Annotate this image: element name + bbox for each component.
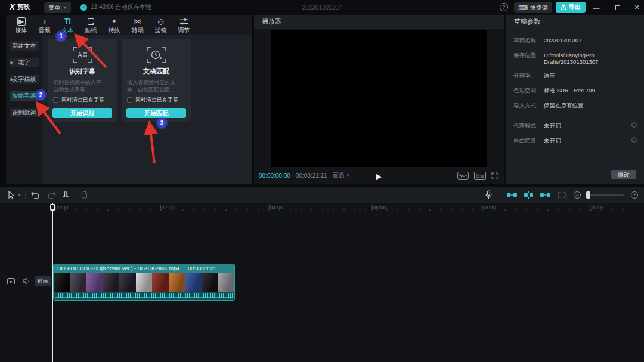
- fit-ratio-button[interactable]: 适应: [474, 172, 486, 180]
- redo-icon[interactable]: [48, 191, 56, 199]
- info-icon[interactable]: i: [631, 122, 637, 128]
- annotation-badge-3: 3: [157, 119, 166, 128]
- asset-panel: ▶ 媒体 ♪ 音频 TI 文本 贴纸 ✦ 特效 ⋈ 转场: [6, 15, 252, 184]
- tab-sticker[interactable]: 贴纸: [79, 15, 103, 35]
- video-clip[interactable]: DDU-DU DDU-DU(Korean Ver.) - BLACKPINK.m…: [54, 264, 234, 300]
- current-time: 00:00:00:00: [259, 172, 290, 179]
- cover-button[interactable]: 封面: [35, 276, 51, 286]
- total-duration: 00:03:21:21: [296, 172, 327, 179]
- tab-audio[interactable]: ♪ 音频: [33, 15, 56, 35]
- preview-axis-button[interactable]: [457, 172, 469, 180]
- tab-transition[interactable]: ⋈ 转场: [126, 15, 149, 35]
- auto-snap-toggle[interactable]: [524, 191, 534, 199]
- share-up-icon: [561, 4, 566, 10]
- toolbar-divider: [25, 191, 26, 199]
- info-icon[interactable]: i: [631, 137, 637, 143]
- record-mic-icon[interactable]: [485, 190, 492, 199]
- sidebar-item-new-text[interactable]: 新建文本: [10, 41, 39, 51]
- sidebar-item-text-template[interactable]: ▶ 文字模板: [10, 75, 39, 84]
- clip-filmstrip: [54, 273, 234, 292]
- play-button[interactable]: ▶: [376, 172, 382, 181]
- split-icon[interactable]: ][: [63, 190, 69, 197]
- param-row: 草稿名称: 202301301307: [506, 37, 644, 45]
- zoom-out-icon[interactable]: −: [574, 191, 581, 199]
- clip-thumbnail: [103, 273, 120, 292]
- clip-thumbnail: [185, 273, 202, 292]
- ruler-ticks: [54, 209, 632, 211]
- clip-duration: 00:03:21:21: [188, 265, 216, 271]
- start-match-button[interactable]: 开始匹配: [126, 108, 186, 118]
- svg-text:A: A: [78, 51, 82, 60]
- effects-icon: ✦: [111, 17, 117, 26]
- quality-dropdown[interactable]: 画质 ▼: [333, 171, 350, 180]
- tab-filter[interactable]: ◎ 滤镜: [149, 15, 172, 35]
- export-button[interactable]: 导出: [556, 2, 586, 13]
- help-icon[interactable]: ?: [500, 3, 508, 11]
- timeline-zoom-slider[interactable]: [586, 194, 624, 196]
- adjust-icon: [180, 17, 188, 26]
- card-title: 文稿匹配: [143, 67, 169, 76]
- clip-thumbnail: [54, 273, 70, 292]
- chevron-down-icon: ▼: [346, 174, 350, 177]
- text-match-card: 文稿匹配 输入音视频对应的文稿，自动匹配画面。 同时清空已有字幕 开始匹配: [122, 39, 191, 122]
- waveform-icon: [459, 174, 467, 178]
- media-icon: ▶: [17, 17, 26, 26]
- sidebar-item-lyrics-recognition[interactable]: 识别歌词: [10, 108, 39, 117]
- annotation-badge-1: 1: [57, 32, 66, 41]
- minimize-button[interactable]: —: [589, 0, 603, 15]
- zoom-slider-handle[interactable]: [586, 191, 590, 199]
- smart-captions-content: A 识别字幕 识别音视频中的人声，自动生成字幕。 同时清空已有字幕 开始识别: [42, 35, 252, 184]
- chevron-right-icon: ▶: [11, 75, 14, 84]
- annotation-badge-2: 2: [36, 91, 45, 100]
- clip-audio-waveform: [54, 292, 234, 300]
- preview-axis-toggle[interactable]: [557, 191, 566, 199]
- clip-thumbnail: [152, 273, 169, 292]
- tab-effects[interactable]: ✦ 特效: [103, 15, 126, 35]
- chevron-right-icon: ▶: [11, 58, 14, 67]
- timeline-ruler[interactable]: 00:00 |02:00 |04:00 |06:00 |08:00 |10:00: [0, 203, 644, 211]
- clear-existing-subtitles-checkbox[interactable]: 同时清空已有字幕: [127, 96, 185, 104]
- param-row: 保存位置: D:/tools/JianyingPro Drafts/202301…: [506, 52, 644, 65]
- main-track-magnet-toggle[interactable]: [507, 191, 517, 199]
- draft-params-title: 草稿参数: [514, 17, 540, 26]
- shortcut-button[interactable]: ⌨ 快捷键: [514, 2, 552, 13]
- clear-existing-subtitles-checkbox[interactable]: 同时清空已有字幕: [53, 96, 112, 104]
- param-row: 色彩空间: 标准 SDR - Rec.709: [506, 87, 644, 95]
- video-preview[interactable]: [271, 30, 487, 167]
- chevron-down-icon[interactable]: ▼: [17, 193, 21, 197]
- maximize-icon: [615, 5, 620, 10]
- playhead-handle[interactable]: [50, 204, 55, 211]
- recognize-subtitles-card: A 识别字幕 识别音视频中的人声，自动生成字幕。 同时清空已有字幕 开始识别: [48, 39, 117, 122]
- close-button[interactable]: ✕: [630, 0, 644, 15]
- sidebar-item-smart-captions[interactable]: 智能字幕: [10, 91, 39, 101]
- select-tool-icon[interactable]: [8, 191, 15, 199]
- keyboard-icon: ⌨: [518, 5, 528, 11]
- fullscreen-icon[interactable]: [491, 172, 498, 179]
- modify-button[interactable]: 修改: [611, 170, 636, 179]
- recognize-subtitles-icon: A: [72, 45, 93, 64]
- clip-thumbnail: [136, 273, 153, 292]
- delete-icon[interactable]: [81, 191, 88, 199]
- text-subnav: 新建文本 ▶ 花字 ▶ 文字模板 智能字幕 识别歌词: [6, 35, 42, 184]
- mute-track-icon[interactable]: [23, 277, 30, 284]
- linkage-toggle[interactable]: [540, 191, 550, 199]
- app-name: 剪映: [17, 2, 30, 11]
- tab-adjust[interactable]: 调节: [172, 15, 196, 35]
- menu-label: 菜单: [48, 4, 60, 12]
- asset-tabstrip: ▶ 媒体 ♪ 音频 TI 文本 贴纸 ✦ 特效 ⋈ 转场: [10, 15, 196, 35]
- window-title: 202301301307: [302, 4, 342, 11]
- clip-thumbnail: [202, 273, 218, 292]
- draft-params-panel: 草稿参数 草稿名称: 202301301307 保存位置: D:/tools/J…: [506, 15, 644, 184]
- tab-media[interactable]: ▶ 媒体: [10, 15, 33, 35]
- filter-icon: ◎: [157, 17, 163, 26]
- shortcut-label: 快捷键: [530, 4, 548, 12]
- app-window: X 剪映 菜单 ▼ ✓ 13:43:06 自动保存本地 202301301307…: [0, 0, 644, 362]
- start-recognition-button[interactable]: 开始识别: [52, 108, 112, 118]
- zoom-in-icon[interactable]: +: [631, 191, 638, 199]
- undo-icon[interactable]: [31, 191, 39, 199]
- sidebar-item-fancy-text[interactable]: ▶ 花字: [10, 58, 39, 67]
- playhead[interactable]: [52, 203, 53, 362]
- title-bar: X 剪映 菜单 ▼ ✓ 13:43:06 自动保存本地 202301301307…: [0, 0, 644, 15]
- menu-button[interactable]: 菜单 ▼: [44, 2, 71, 13]
- maximize-button[interactable]: [611, 0, 625, 15]
